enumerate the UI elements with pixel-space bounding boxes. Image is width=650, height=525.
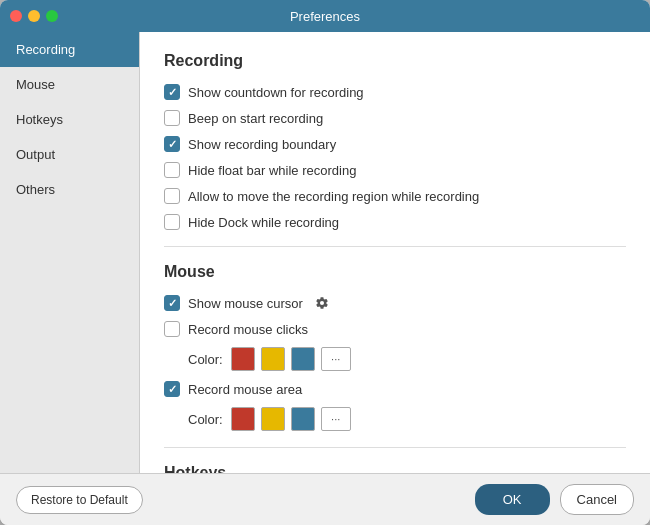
checkbox-move[interactable] [164,188,180,204]
checkbox-record-area[interactable] [164,381,180,397]
label-boundary: Show recording boundary [188,137,336,152]
option-record-area: Record mouse area [164,381,626,397]
sidebar-item-recording[interactable]: Recording [0,32,139,67]
label-record-area: Record mouse area [188,382,302,397]
close-button[interactable] [10,10,22,22]
checkbox-show-cursor[interactable] [164,295,180,311]
clicks-color-blue[interactable] [291,347,315,371]
footer-right-buttons: OK Cancel [475,484,634,515]
checkbox-dock[interactable] [164,214,180,230]
hotkeys-section-title: Hotkeys [164,464,626,473]
footer: Restore to Default OK Cancel [0,473,650,525]
titlebar: Preferences [0,0,650,32]
area-color-more[interactable]: ··· [321,407,351,431]
clicks-color-yellow[interactable] [261,347,285,371]
recording-section-title: Recording [164,52,626,70]
clicks-color-red[interactable] [231,347,255,371]
main-content: Recording Show countdown for recording B… [140,32,650,473]
ok-button[interactable]: OK [475,484,550,515]
checkbox-boundary[interactable] [164,136,180,152]
sidebar: Recording Mouse Hotkeys Output Others [0,32,140,473]
option-countdown: Show countdown for recording [164,84,626,100]
area-color-yellow[interactable] [261,407,285,431]
checkbox-countdown[interactable] [164,84,180,100]
area-color-label: Color: [188,412,223,427]
minimize-button[interactable] [28,10,40,22]
maximize-button[interactable] [46,10,58,22]
option-show-cursor: Show mouse cursor [164,295,626,311]
clicks-color-more[interactable]: ··· [321,347,351,371]
label-record-clicks: Record mouse clicks [188,322,308,337]
label-dock: Hide Dock while recording [188,215,339,230]
label-show-cursor: Show mouse cursor [188,296,303,311]
option-dock: Hide Dock while recording [164,214,626,230]
checkbox-floatbar[interactable] [164,162,180,178]
sidebar-item-others[interactable]: Others [0,172,139,207]
option-record-clicks: Record mouse clicks [164,321,626,337]
option-beep: Beep on start recording [164,110,626,126]
option-move: Allow to move the recording region while… [164,188,626,204]
clicks-color-row: Color: ··· [188,347,626,371]
divider-recording-mouse [164,246,626,247]
clicks-color-label: Color: [188,352,223,367]
option-floatbar: Hide float bar while recording [164,162,626,178]
preferences-window: Preferences Recording Mouse Hotkeys Outp… [0,0,650,525]
sidebar-item-mouse[interactable]: Mouse [0,67,139,102]
label-beep: Beep on start recording [188,111,323,126]
area-color-row: Color: ··· [188,407,626,431]
sidebar-item-hotkeys[interactable]: Hotkeys [0,102,139,137]
sidebar-item-output[interactable]: Output [0,137,139,172]
label-countdown: Show countdown for recording [188,85,364,100]
divider-mouse-hotkeys [164,447,626,448]
gear-icon[interactable] [315,296,329,310]
label-move: Allow to move the recording region while… [188,189,479,204]
option-boundary: Show recording boundary [164,136,626,152]
mouse-section-title: Mouse [164,263,626,281]
restore-default-button[interactable]: Restore to Default [16,486,143,514]
window-title: Preferences [290,9,360,24]
content-area: Recording Mouse Hotkeys Output Others Re… [0,32,650,473]
label-floatbar: Hide float bar while recording [188,163,356,178]
area-color-blue[interactable] [291,407,315,431]
checkbox-record-clicks[interactable] [164,321,180,337]
cancel-button[interactable]: Cancel [560,484,634,515]
area-color-red[interactable] [231,407,255,431]
titlebar-buttons [10,10,58,22]
checkbox-beep[interactable] [164,110,180,126]
